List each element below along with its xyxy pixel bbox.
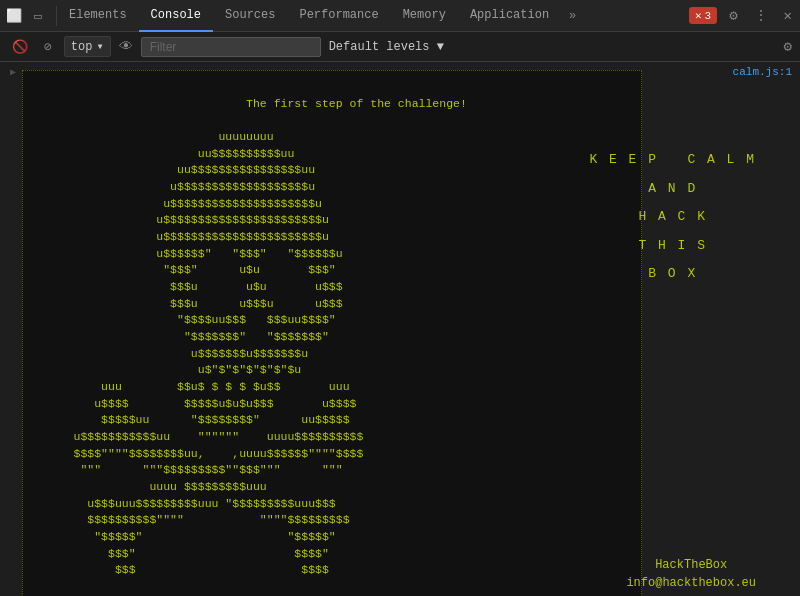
error-badge: ✕ 3 — [689, 7, 717, 24]
right-panel: K E E P C A L MA N DH A C KT H I SB O X — [589, 146, 756, 289]
more-options-button[interactable]: ⋮ — [750, 5, 772, 26]
toolbar-icons: ⬜ ▭ — [4, 6, 57, 26]
console-message-wrapper: calm.js:1 ▶ The first step of the challe… — [0, 62, 800, 596]
tab-sources[interactable]: Sources — [213, 0, 287, 32]
tab-memory[interactable]: Memory — [391, 0, 458, 32]
console-output-area: calm.js:1 ▶ The first step of the challe… — [0, 62, 800, 596]
error-count: 3 — [705, 10, 712, 22]
block-icon[interactable]: ⊘ — [40, 37, 56, 57]
footer-panel: HackTheBoxinfo@hackthebox.eu — [626, 557, 756, 592]
ascii-art-content: The first step of the challenge! uuuuuuu… — [39, 97, 467, 577]
eye-icon[interactable]: 👁 — [119, 39, 133, 55]
tab-performance[interactable]: Performance — [287, 0, 390, 32]
chevron-down-icon: ▾ — [96, 39, 103, 54]
levels-label: Default levels ▼ — [329, 40, 444, 54]
tab-application[interactable]: Application — [458, 0, 561, 32]
error-icon: ✕ — [695, 9, 702, 22]
tab-bar: ⬜ ▭ Elements Console Sources Performance… — [0, 0, 800, 32]
inspect-icon[interactable]: ⬜ — [4, 6, 24, 26]
console-settings-button[interactable]: ⚙ — [784, 38, 792, 55]
filter-input[interactable] — [141, 37, 321, 57]
more-tabs-button[interactable]: » — [561, 0, 584, 32]
close-button[interactable]: ✕ — [780, 5, 796, 26]
context-value: top — [71, 40, 93, 54]
levels-dropdown[interactable]: Default levels ▼ — [329, 40, 444, 54]
tab-elements[interactable]: Elements — [57, 0, 139, 32]
line-indicator: ▶ — [4, 66, 22, 78]
settings-button[interactable]: ⚙ — [725, 5, 741, 26]
tabs-container: Elements Console Sources Performance Mem… — [57, 0, 681, 32]
clear-console-icon[interactable]: 🚫 — [8, 37, 32, 57]
tab-console[interactable]: Console — [139, 0, 213, 32]
toolbar-right: ✕ 3 ⚙ ⋮ ✕ — [681, 5, 796, 26]
context-selector[interactable]: top ▾ — [64, 36, 111, 57]
ascii-art-block: The first step of the challenge! uuuuuuu… — [22, 70, 642, 596]
device-icon[interactable]: ▭ — [28, 6, 48, 26]
console-toolbar: 🚫 ⊘ top ▾ 👁 Default levels ▼ ⚙ — [0, 32, 800, 62]
